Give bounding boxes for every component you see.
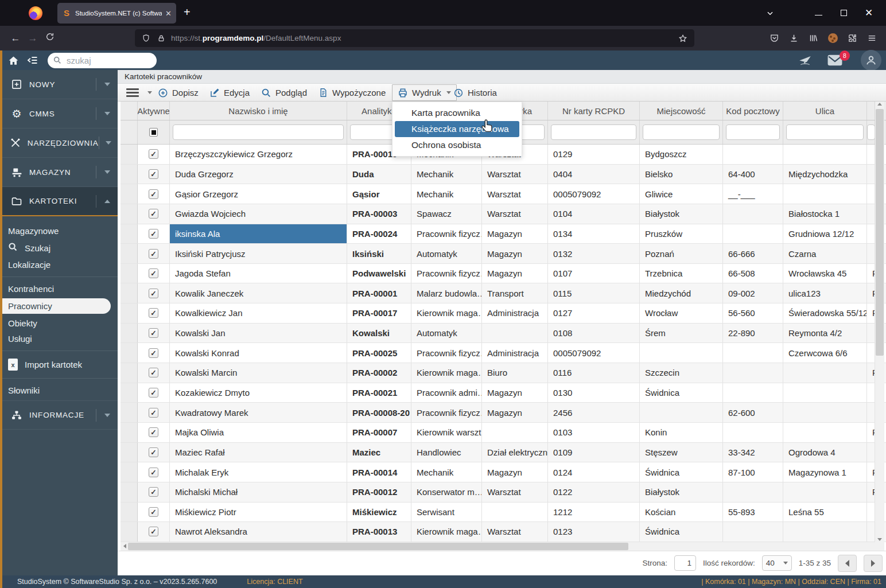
collapse-menu-icon[interactable] bbox=[27, 54, 38, 66]
print-menu-item[interactable]: Książeczka narzędziowa bbox=[395, 121, 519, 137]
chevron-down-icon[interactable] bbox=[96, 409, 118, 422]
table-row[interactable]: ✓Kowalik JaneczekPRA-00001Malarz budowla… bbox=[121, 283, 886, 303]
edycja-button[interactable]: Edycja bbox=[209, 84, 250, 102]
column-header-sel[interactable] bbox=[121, 102, 138, 120]
row-checkbox[interactable]: ✓ bbox=[149, 149, 158, 159]
chevron-down-icon[interactable] bbox=[96, 166, 118, 178]
table-row[interactable]: ✓Majka OliwiaPRA-00007Kierownik warszt…0… bbox=[121, 423, 886, 443]
prev-page-button[interactable] bbox=[838, 555, 857, 572]
user-avatar[interactable] bbox=[861, 50, 881, 71]
sidebar-item-informacje[interactable]: INFORMACJE bbox=[0, 400, 118, 430]
row-checkbox[interactable]: ✓ bbox=[149, 328, 158, 338]
table-row[interactable]: ✓Kowalski KonradPRA-00025Pracownik fizyc… bbox=[121, 343, 886, 363]
pocket-icon[interactable] bbox=[770, 33, 779, 43]
table-row[interactable]: ✓Jagoda StefanPodwawelskiPracownik fizyc… bbox=[121, 264, 886, 284]
sidebar-sub-obiekty[interactable]: Obiekty bbox=[0, 316, 118, 331]
sidebar-item-narzedziownia[interactable]: NARZĘDZIOWNIA bbox=[0, 128, 118, 158]
podglad-button[interactable]: Podgląd bbox=[261, 84, 307, 102]
send-icon[interactable] bbox=[798, 53, 813, 68]
shield-icon[interactable] bbox=[142, 34, 150, 42]
table-row[interactable]: ✓Kowalski JanKowalskiAutomatyk0108Śrem22… bbox=[121, 324, 886, 344]
sidebar-item-nowy[interactable]: NOWY bbox=[0, 70, 118, 99]
sidebar-sub-slowniki[interactable]: Słowniki bbox=[0, 383, 118, 398]
select-all-checkbox[interactable] bbox=[149, 128, 158, 137]
reload-icon[interactable] bbox=[41, 32, 59, 44]
row-handle[interactable] bbox=[121, 423, 138, 442]
row-handle[interactable] bbox=[121, 503, 138, 522]
filter-input-miejscowosc[interactable] bbox=[643, 124, 720, 140]
horizontal-scrollbar[interactable] bbox=[121, 542, 875, 551]
table-row[interactable]: ✓Gwiazda WojciechPRA-00003SpawaczWarszta… bbox=[121, 204, 886, 224]
row-handle[interactable] bbox=[121, 184, 138, 204]
row-checkbox[interactable]: ✓ bbox=[149, 388, 158, 398]
forward-icon[interactable]: → bbox=[24, 33, 41, 44]
table-row[interactable]: ✓Kowalkiewicz JanPRA-00017Kierownik maga… bbox=[121, 303, 886, 324]
row-checkbox[interactable]: ✓ bbox=[149, 487, 158, 497]
historia-button[interactable]: Historia bbox=[453, 84, 497, 102]
tab-close-icon[interactable]: ✕ bbox=[165, 9, 172, 18]
row-handle[interactable] bbox=[121, 303, 138, 323]
filter-input-ulica[interactable] bbox=[786, 124, 864, 140]
row-handle[interactable] bbox=[121, 343, 138, 363]
back-icon[interactable]: ← bbox=[7, 33, 24, 44]
maximize-button[interactable] bbox=[839, 9, 848, 18]
row-checkbox[interactable]: ✓ bbox=[149, 249, 158, 259]
chevron-down-icon[interactable] bbox=[99, 137, 118, 149]
next-page-button[interactable] bbox=[864, 555, 883, 572]
close-button[interactable]: ✕ bbox=[864, 9, 873, 18]
table-row[interactable]: ✓Nawrot AleksandraPRA-00013Kierownik mag… bbox=[121, 522, 886, 542]
column-header-ulica[interactable]: Ulica bbox=[783, 102, 867, 120]
row-handle[interactable] bbox=[121, 165, 138, 184]
sidebar-item-cmms[interactable]: ⚙ CMMS bbox=[0, 99, 118, 128]
menu-icon[interactable] bbox=[867, 33, 877, 43]
library-icon[interactable] bbox=[809, 33, 818, 43]
row-handle[interactable] bbox=[121, 462, 138, 482]
row-checkbox[interactable]: ✓ bbox=[149, 427, 158, 437]
bookmark-star-icon[interactable] bbox=[678, 34, 687, 43]
row-checkbox[interactable]: ✓ bbox=[149, 189, 158, 199]
table-row[interactable]: ✓Miśkiewicz PiotrMiśkiewiczSerwisant1212… bbox=[121, 503, 886, 523]
chevron-down-icon[interactable] bbox=[96, 107, 118, 120]
row-handle[interactable] bbox=[121, 145, 138, 164]
print-menu-item[interactable]: Ochrona osobista bbox=[395, 137, 519, 153]
column-header-kraj[interactable] bbox=[867, 102, 875, 120]
scroll-up-icon[interactable] bbox=[875, 103, 884, 106]
row-checkbox[interactable]: ✓ bbox=[149, 447, 158, 457]
row-checkbox[interactable]: ✓ bbox=[149, 268, 158, 278]
horizontal-scrollbar-thumb[interactable] bbox=[128, 543, 628, 550]
sidebar-sub-szukaj[interactable]: Szukaj bbox=[0, 239, 118, 257]
home-icon[interactable] bbox=[8, 55, 19, 66]
table-row[interactable]: ✓Kowalski MarcinPRA-00002Kierownik maga…… bbox=[121, 363, 886, 383]
table-row[interactable]: ✓Michalak ErykPRA-00014MechanikMagazyn01… bbox=[121, 462, 886, 482]
scroll-down-icon[interactable] bbox=[875, 538, 884, 541]
row-checkbox[interactable]: ✓ bbox=[149, 408, 158, 418]
row-checkbox[interactable]: ✓ bbox=[149, 308, 158, 318]
filter-input-nr-karty[interactable] bbox=[551, 124, 636, 140]
row-checkbox[interactable]: ✓ bbox=[149, 169, 158, 179]
row-checkbox[interactable]: ✓ bbox=[149, 348, 158, 358]
row-checkbox[interactable]: ✓ bbox=[149, 209, 158, 219]
tab-list-chevron-icon[interactable] bbox=[765, 9, 775, 18]
extensions-puzzle-icon[interactable] bbox=[848, 33, 857, 43]
column-header-nazwisko[interactable]: Nazwisko i imię bbox=[170, 102, 347, 120]
download-icon[interactable] bbox=[789, 33, 799, 43]
url-bar[interactable]: https://st.programdemo.pl/DefaultLeftMen… bbox=[135, 29, 694, 47]
extension-cookie-icon[interactable] bbox=[828, 33, 838, 43]
row-handle[interactable] bbox=[121, 482, 138, 502]
sidebar-sub-uslugi[interactable]: Usługi bbox=[0, 331, 118, 346]
print-menu-item[interactable]: Karta pracownika bbox=[395, 105, 519, 121]
table-row[interactable]: ✓iksinska AlaPRA-00024Pracownik fizycz…M… bbox=[121, 224, 886, 244]
table-row[interactable]: ✓Iksiński PatrycjuszIksińskiAutomatykMag… bbox=[121, 244, 886, 264]
minimize-button[interactable] bbox=[814, 9, 823, 18]
sidebar-item-magazyn[interactable]: MAGAZYN bbox=[0, 158, 118, 187]
chevron-down-icon[interactable] bbox=[96, 78, 118, 91]
column-header-nr-karty[interactable]: Nr karty RCPKD bbox=[548, 102, 640, 120]
sidebar-sub-lokalizacje[interactable]: Lokalizacje bbox=[0, 257, 118, 272]
row-handle[interactable] bbox=[121, 363, 138, 383]
row-handle[interactable] bbox=[121, 403, 138, 422]
row-handle[interactable] bbox=[121, 443, 138, 462]
mail-icon[interactable]: 8 bbox=[827, 54, 842, 66]
row-checkbox[interactable]: ✓ bbox=[149, 468, 158, 477]
sidebar-item-kartoteki[interactable]: KARTOTEKI bbox=[0, 187, 118, 216]
row-handle[interactable] bbox=[121, 244, 138, 263]
